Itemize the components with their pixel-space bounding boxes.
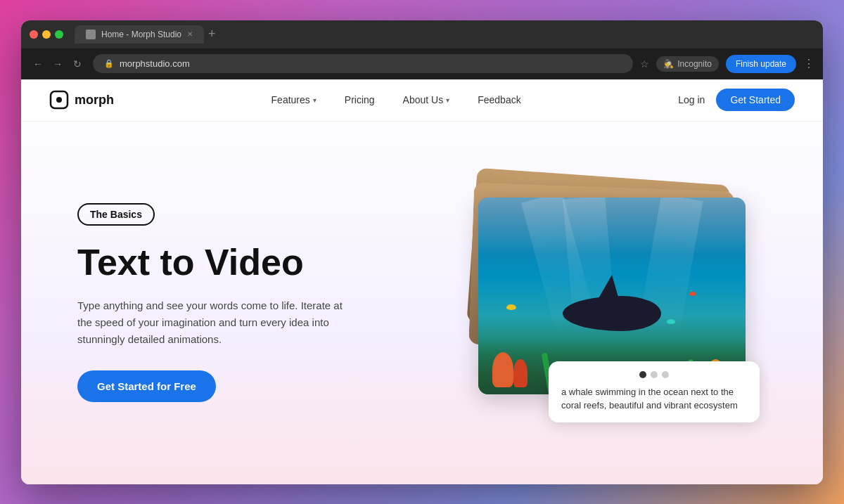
about-chevron-icon: ▾: [446, 96, 449, 104]
coral-1: [492, 352, 513, 387]
fish-2: [689, 292, 696, 296]
nav-features[interactable]: Features ▾: [271, 94, 316, 105]
features-label: Features: [271, 94, 310, 105]
fish-1: [506, 304, 516, 310]
hero-visual: a whale swimming in the ocean next to th…: [422, 183, 767, 422]
url-text: morphstudio.com: [120, 58, 190, 69]
hero-section: The Basics Text to Video Type anything a…: [21, 122, 823, 484]
tab-title: Home - Morph Studio: [101, 30, 181, 39]
minimize-button[interactable]: [42, 30, 51, 39]
lock-icon: 🔒: [104, 59, 114, 68]
finish-update-button[interactable]: Finish update: [726, 55, 796, 73]
caption-box: a whale swimming in the ocean next to th…: [549, 361, 760, 422]
forward-button[interactable]: →: [49, 56, 66, 72]
login-button[interactable]: Log in: [678, 94, 705, 105]
get-started-nav-button[interactable]: Get Started: [716, 89, 795, 111]
caption-text: a whale swimming in the ocean next to th…: [561, 385, 747, 413]
hero-content: The Basics Text to Video Type anything a…: [77, 203, 422, 401]
incognito-badge: 🕵 Incognito: [656, 56, 719, 72]
svg-point-1: [56, 97, 62, 103]
nav-actions: Log in Get Started: [678, 89, 795, 111]
back-button[interactable]: ←: [30, 56, 46, 72]
traffic-lights: [30, 30, 63, 39]
more-options-icon[interactable]: ⋮: [803, 57, 814, 70]
basics-badge: The Basics: [77, 203, 155, 226]
about-label: About Us: [403, 94, 444, 105]
logo-text: morph: [75, 93, 114, 108]
whale: [556, 289, 668, 338]
basics-badge-label: The Basics: [90, 209, 142, 220]
dot-1[interactable]: [639, 371, 646, 378]
close-button[interactable]: [30, 30, 38, 39]
tab-close-icon[interactable]: ✕: [187, 30, 193, 38]
logo-icon: [49, 90, 69, 110]
nav-links: Features ▾ Pricing About Us ▾ Feedback: [114, 94, 678, 105]
nav-about[interactable]: About Us ▾: [403, 94, 450, 105]
hero-title: Text to Video: [77, 243, 422, 283]
caption-dots: [561, 371, 747, 378]
browser-actions: ☆ 🕵 Incognito Finish update ⋮: [640, 55, 814, 73]
site-nav: morph Features ▾ Pricing About Us ▾ Feed…: [21, 79, 823, 122]
incognito-icon: 🕵: [663, 59, 674, 69]
cta-button[interactable]: Get Started for Free: [77, 370, 216, 402]
tab-bar: Home - Morph Studio ✕ +: [75, 25, 814, 44]
url-bar[interactable]: 🔒 morphstudio.com: [93, 54, 633, 73]
logo[interactable]: morph: [49, 90, 114, 110]
bookmark-icon[interactable]: ☆: [640, 58, 649, 70]
fish-3: [667, 319, 675, 324]
pricing-label: Pricing: [345, 94, 375, 105]
dot-2[interactable]: [651, 371, 658, 378]
tab-favicon: [86, 30, 96, 39]
maximize-button[interactable]: [55, 30, 63, 39]
dot-3[interactable]: [662, 371, 669, 378]
nav-buttons: ← → ↻: [30, 56, 86, 72]
address-bar: ← → ↻ 🔒 morphstudio.com ☆ 🕵 Incognito Fi…: [21, 49, 823, 79]
coral-2: [513, 359, 528, 387]
hero-description: Type anything and see your words come to…: [77, 297, 352, 348]
nav-feedback[interactable]: Feedback: [478, 94, 520, 105]
browser-titlebar: Home - Morph Studio ✕ +: [21, 20, 823, 49]
active-tab[interactable]: Home - Morph Studio ✕: [75, 25, 204, 44]
website-content: morph Features ▾ Pricing About Us ▾ Feed…: [21, 79, 823, 484]
features-chevron-icon: ▾: [313, 96, 316, 104]
reload-button[interactable]: ↻: [69, 56, 86, 72]
new-tab-button[interactable]: +: [208, 27, 216, 41]
feedback-label: Feedback: [478, 94, 520, 105]
nav-pricing[interactable]: Pricing: [345, 94, 375, 105]
whale-body: [563, 296, 661, 331]
browser-window: Home - Morph Studio ✕ + ← → ↻ 🔒 morphstu…: [21, 20, 823, 484]
incognito-label: Incognito: [677, 59, 712, 69]
